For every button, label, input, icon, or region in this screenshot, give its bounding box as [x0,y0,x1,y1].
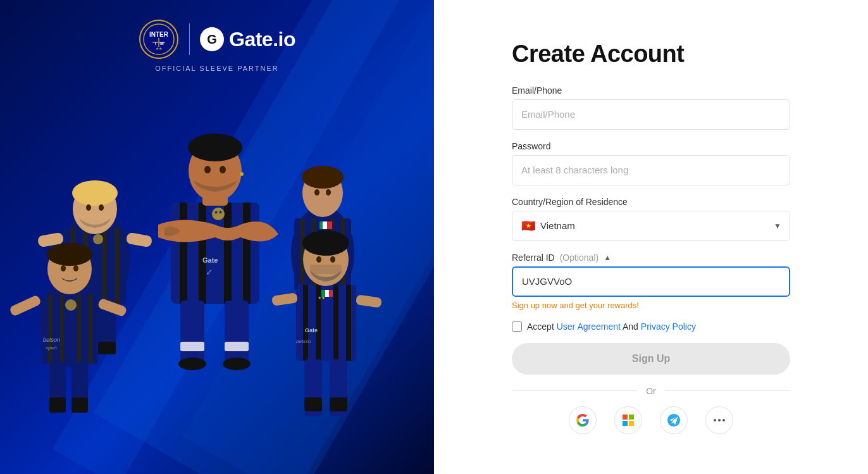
privacy-policy-link[interactable]: Privacy Policy [641,321,696,332]
svg-rect-83 [71,397,88,413]
logo-divider [189,23,190,55]
svg-text:betsso: betsso [296,339,311,344]
form-container: Create Account Email/Phone Password Coun… [512,41,790,434]
svg-rect-58 [180,301,204,364]
referral-field-group: Referral ID (Optional) ▲ Sign up now and… [512,253,790,310]
svg-point-52 [204,166,211,173]
svg-point-90 [302,230,349,256]
svg-point-39 [326,189,331,196]
password-input[interactable] [512,155,790,185]
svg-text:★★: ★★ [156,47,162,51]
dot-1 [714,419,716,421]
svg-text:betson: betson [43,337,60,343]
ms-blue [623,421,628,426]
ms-yellow [629,421,634,426]
svg-rect-104 [330,397,347,411]
more-options-button[interactable] [705,406,733,434]
or-line-right [665,390,790,391]
form-title: Create Account [512,41,790,68]
google-icon [576,414,589,427]
ms-red [623,415,628,420]
country-label: Country/Region of Residence [512,197,790,207]
social-buttons-row [512,406,790,434]
svg-text:I: I [155,41,156,46]
microsoft-icon [623,415,634,426]
official-sleeve-text: OFFICIAL SLEEVE PARTNER [155,65,279,72]
referral-label-row: Referral ID (Optional) ▲ [512,253,790,263]
microsoft-signin-button[interactable] [614,406,642,434]
svg-point-95 [316,256,321,263]
svg-point-96 [330,256,335,263]
telegram-signin-button[interactable] [660,406,688,434]
ms-green [629,415,634,420]
player-front-right: Gate ★★ betsso [271,230,382,416]
email-field-group: Email/Phone [512,85,790,130]
svg-point-53 [220,166,226,173]
svg-rect-59 [225,301,249,364]
referral-toggle-icon[interactable]: ▲ [604,253,611,262]
referral-input[interactable] [512,266,790,297]
svg-point-73 [65,299,77,311]
dot-2 [718,419,721,421]
rewards-text: Sign up now and get your rewards! [512,301,790,310]
email-input[interactable] [512,99,790,130]
svg-rect-78 [9,294,42,317]
country-field-group: Country/Region of Residence 🇻🇳 Vietnam ▼ [512,197,790,241]
svg-point-17 [86,204,91,211]
google-signin-button[interactable] [569,406,597,434]
svg-point-72 [47,243,92,266]
country-flag: 🇻🇳 [521,219,535,233]
svg-rect-91 [310,265,342,274]
password-field-group: Password [512,141,790,185]
or-text: Or [646,386,656,396]
accept-checkbox[interactable] [512,321,522,332]
svg-rect-20 [126,232,153,248]
svg-point-38 [314,189,319,196]
svg-point-54 [240,172,244,176]
right-panel: Create Account Email/Phone Password Coun… [434,0,868,474]
svg-rect-98 [271,292,298,306]
accept-text: Accept User Agreement And Privacy Policy [527,321,696,332]
svg-text:M: M [160,41,164,46]
svg-text:Gate: Gate [202,256,218,264]
left-panel: INTER ★★ I M G Gate.io OFFICIAL SLEEVE P… [0,0,434,474]
logo-row: INTER ★★ I M G Gate.io [139,19,295,59]
or-divider: Or [512,386,790,396]
gate-logo: G Gate.io [200,27,295,51]
svg-rect-61 [225,342,249,351]
player-center-main: Gate ★★ ✓ [158,134,278,370]
svg-rect-24 [98,342,116,354]
svg-rect-37 [327,221,332,229]
svg-point-18 [99,204,104,211]
telegram-icon [667,413,681,427]
svg-text:sport: sport [46,345,58,351]
svg-text:INTER: INTER [149,31,169,38]
referral-label: Referral ID [512,253,555,263]
more-icon [714,419,725,421]
referral-optional: (Optional) [560,253,598,263]
user-agreement-link[interactable]: User Agreement [557,321,621,332]
svg-point-76 [61,265,66,271]
svg-point-77 [73,265,78,271]
logo-area: INTER ★★ I M G Gate.io OFFICIAL SLEEVE P… [139,19,295,72]
players-scene: ✓ [0,82,434,474]
gate-g-icon: G [200,27,224,51]
svg-text:Gate: Gate [305,327,318,334]
svg-rect-94 [329,290,333,297]
svg-rect-36 [323,221,327,229]
country-select[interactable]: 🇻🇳 Vietnam [512,211,790,241]
country-value: Vietnam [540,220,575,231]
dot-3 [722,419,725,421]
svg-rect-103 [304,397,322,411]
svg-point-62 [178,358,206,370]
svg-rect-93 [325,290,329,297]
svg-rect-99 [356,294,382,308]
svg-point-16 [72,180,118,206]
signup-button[interactable]: Sign Up [512,343,790,375]
inter-milan-badge: INTER ★★ I M [139,19,179,59]
accept-row: Accept User Agreement And Privacy Policy [512,321,790,332]
password-label: Password [512,141,790,151]
svg-text:✓: ✓ [206,267,213,277]
email-label: Email/Phone [512,85,790,96]
gate-logo-text: Gate.io [229,28,295,51]
